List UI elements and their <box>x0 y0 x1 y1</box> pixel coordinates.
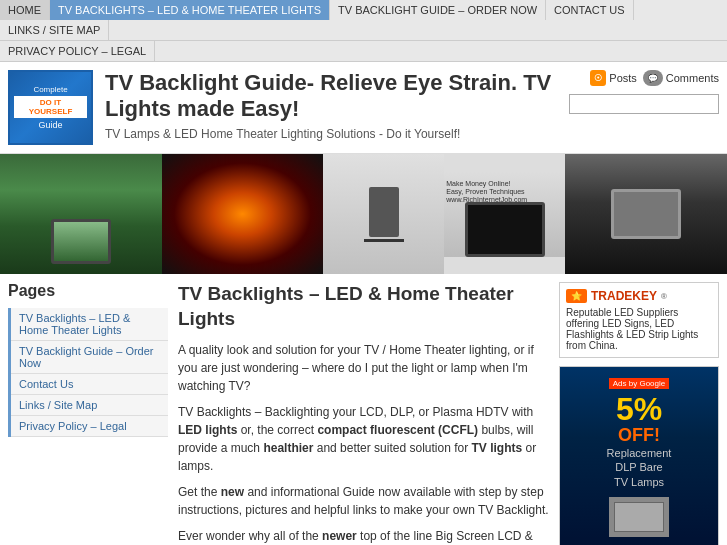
right-sidebar: ⭐ TRADEKEY ® Reputable LED Suppliers off… <box>559 282 719 545</box>
sidebar-link-contact[interactable]: Contact Us <box>11 374 168 394</box>
logo-complete-text: Complete <box>33 85 67 94</box>
comments-feed-button[interactable]: 💬 Comments <box>643 70 719 86</box>
ad-line2: DLP Bare <box>615 461 663 473</box>
comments-icon: 💬 <box>643 70 663 86</box>
rss-icon: ☉ <box>590 70 606 86</box>
hero-tv-nature <box>51 219 111 264</box>
nav-links[interactable]: LINKS / SITE MAP <box>0 20 109 40</box>
hero-panel-person: Make Money Online! Easy, Proven Techniqu… <box>323 154 565 274</box>
sidebar-link-privacy[interactable]: Privacy Policy – Legal <box>11 416 168 436</box>
ad-percent: 5% <box>568 393 710 425</box>
content-para-4: Ever wonder why all of the newer top of … <box>178 527 549 545</box>
posts-feed-button[interactable]: ☉ Posts <box>590 70 637 86</box>
sidebar-heading: Pages <box>8 282 168 300</box>
ad-badge: Ads by Google <box>609 378 669 389</box>
second-navigation: PRIVACY POLICY – LEGAL <box>0 41 727 62</box>
sidebar-item-backlight-guide[interactable]: TV Backlight Guide – Order Now <box>11 341 168 374</box>
nav-tv-backlights[interactable]: TV BACKLIGHTS – LED & HOME THEATER LIGHT… <box>50 0 330 20</box>
tradekey-description: Reputable LED Suppliers offering LED Sig… <box>566 307 712 351</box>
ad-line1: Replacement <box>607 447 672 459</box>
content-para-2: TV Backlights – Backlighting your LCD, D… <box>178 403 549 475</box>
ad-description: Replacement DLP Bare TV Lamps <box>568 446 710 489</box>
site-header: Complete DO IT YOURSELF Guide TV Backlig… <box>0 62 727 154</box>
content-heading: TV Backlights – LED & Home Theater Light… <box>178 282 549 331</box>
left-sidebar: Pages TV Backlights – LED & Home Theater… <box>8 282 168 545</box>
hero-panel-dark <box>565 154 727 274</box>
sidebar-nav-list: TV Backlights – LED & Home Theater Light… <box>8 308 168 437</box>
content-bold-tvlights: TV lights <box>472 441 523 455</box>
hero-panel-nature <box>0 154 162 274</box>
content-bold-ccfl: compact fluorescent (CCFL) <box>317 423 478 437</box>
hero-tv-large <box>465 202 545 257</box>
logo-diy-text: DO IT YOURSELF <box>14 96 87 118</box>
center-content: TV Backlights – LED & Home Theater Light… <box>178 282 549 545</box>
hero-panel-fire <box>162 154 324 274</box>
sidebar-item-tv-backlights[interactable]: TV Backlights – LED & Home Theater Light… <box>11 308 168 341</box>
nav-backlight-guide[interactable]: TV BACKLIGHT GUIDE – ORDER NOW <box>330 0 546 20</box>
site-logo: Complete DO IT YOURSELF Guide <box>8 70 93 145</box>
ad-off-text: OFF! <box>568 425 710 446</box>
ad-widget[interactable]: Ads by Google 5% OFF! Replacement DLP Ba… <box>559 366 719 545</box>
header-right-block: ☉ Posts 💬 Comments <box>569 70 719 114</box>
nav-contact[interactable]: CONTACT US <box>546 0 634 20</box>
content-bold-new: new <box>221 485 244 499</box>
sidebar-link-tv-backlights[interactable]: TV Backlights – LED & Home Theater Light… <box>11 308 168 340</box>
nav-home[interactable]: HOME <box>0 0 50 20</box>
comments-feed-label: Comments <box>666 72 719 84</box>
sidebar-item-privacy[interactable]: Privacy Policy – Legal <box>11 416 168 437</box>
hero-tv-dark <box>611 189 681 239</box>
main-content-area: Pages TV Backlights – LED & Home Theater… <box>0 274 727 545</box>
top-navigation: HOME TV BACKLIGHTS – LED & HOME THEATER … <box>0 0 727 41</box>
nav-privacy[interactable]: PRIVACY POLICY – LEGAL <box>0 41 155 61</box>
content-bold-healthier: healthier <box>263 441 313 455</box>
logo-guide-text: Guide <box>38 120 62 130</box>
ad-line3: TV Lamps <box>614 476 664 488</box>
sidebar-item-contact[interactable]: Contact Us <box>11 374 168 395</box>
content-para-3: Get the new and informational Guide now … <box>178 483 549 519</box>
header-text-block: TV Backlight Guide- Relieve Eye Strain. … <box>105 70 559 141</box>
content-para-1: A quality look and solution for your TV … <box>178 341 549 395</box>
tradekey-header: ⭐ TRADEKEY ® <box>566 289 712 303</box>
tradekey-registered: ® <box>661 292 667 301</box>
ad-image-placeholder <box>609 497 669 537</box>
sidebar-item-links[interactable]: Links / Site Map <box>11 395 168 416</box>
feed-buttons: ☉ Posts 💬 Comments <box>590 70 719 86</box>
tradekey-logo-text: TRADEKEY <box>591 289 657 303</box>
sidebar-link-backlight-guide[interactable]: TV Backlight Guide – Order Now <box>11 341 168 373</box>
site-subtitle: TV Lamps & LED Home Theater Lighting Sol… <box>105 127 559 141</box>
tradekey-logo-icon: ⭐ <box>566 289 587 303</box>
posts-feed-label: Posts <box>609 72 637 84</box>
tradekey-widget: ⭐ TRADEKEY ® Reputable LED Suppliers off… <box>559 282 719 358</box>
sidebar-link-links[interactable]: Links / Site Map <box>11 395 168 415</box>
content-bold-newer: newer <box>322 529 357 543</box>
hero-banner: Make Money Online! Easy, Proven Techniqu… <box>0 154 727 274</box>
content-bold-led: LED lights <box>178 423 237 437</box>
search-input[interactable] <box>569 94 719 114</box>
site-title: TV Backlight Guide- Relieve Eye Strain. … <box>105 70 559 123</box>
